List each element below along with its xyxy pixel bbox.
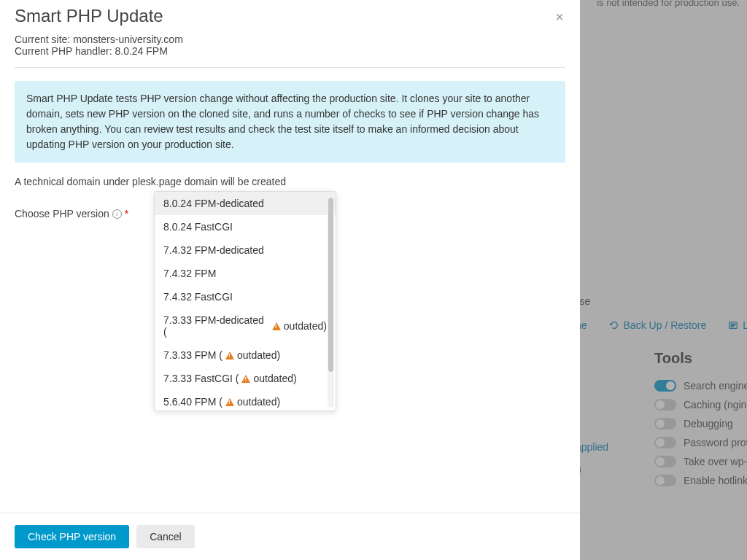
tool-row: Caching (nginx (654, 399, 747, 411)
background-panel: is not intended for production use. base… (572, 0, 747, 560)
logs-link-label: Logs (743, 319, 747, 331)
backup-icon (609, 320, 619, 330)
required-marker: * (125, 208, 128, 219)
cancel-button[interactable]: Cancel (136, 525, 195, 548)
tools-section: Tools Search engineCaching (nginxDebuggi… (654, 350, 747, 494)
info-box: Smart PHP Update tests PHP version chang… (15, 81, 565, 163)
applied-fragment[interactable]: applied (576, 441, 608, 453)
tool-row: Search engine (654, 380, 747, 392)
scrollbar-track[interactable] (328, 195, 334, 408)
check-php-button[interactable]: Check PHP version (15, 525, 129, 548)
warning-icon (241, 375, 250, 383)
backup-restore-link[interactable]: Back Up / Restore (609, 319, 707, 331)
tool-row: Take over wp- (654, 456, 747, 467)
scrollbar-thumb[interactable] (328, 198, 333, 372)
php-version-dropdown: 8.0.24 FPM-dedicated8.0.24 FastCGI7.4.32… (154, 191, 336, 411)
tool-label: Enable hotlink (684, 475, 747, 486)
toggle-switch[interactable] (654, 418, 676, 429)
toggle-switch[interactable] (654, 437, 676, 448)
tool-row: Password prot (654, 437, 747, 448)
dropdown-option[interactable]: 7.3.33 FPM-dedicated ( outdated) (155, 308, 336, 343)
tool-label: Caching (nginx (684, 399, 747, 411)
choose-php-label: Choose PHP version i * (15, 205, 153, 219)
tool-label: Take over wp- (684, 456, 747, 467)
backup-link-label: Back Up / Restore (624, 319, 707, 331)
dropdown-option[interactable]: 8.0.24 FastCGI (155, 215, 336, 238)
technical-note: A technical domain under plesk.page doma… (15, 176, 565, 187)
toggle-switch[interactable] (654, 380, 676, 392)
warning-icon (272, 322, 281, 330)
info-icon[interactable]: i (112, 209, 122, 219)
tool-label: Password prot (684, 437, 747, 448)
tools-title: Tools (654, 350, 747, 367)
bg-header-links: ne Back Up / Restore Logs (576, 319, 747, 331)
tool-row: Enable hotlink (654, 475, 747, 486)
close-icon[interactable]: × (555, 9, 564, 26)
smart-php-update-modal: × Smart PHP Update Current site: monster… (0, 0, 580, 560)
modal-title: Smart PHP Update (15, 6, 565, 26)
toggle-switch[interactable] (654, 456, 676, 467)
current-handler-line: Current PHP handler: 8.0.24 FPM (15, 45, 565, 57)
dropdown-option[interactable]: 7.4.32 FPM (155, 262, 336, 285)
tool-label: Debugging (684, 418, 733, 429)
warning-icon (225, 351, 234, 359)
dropdown-option[interactable]: 7.4.32 FPM-dedicated (155, 238, 336, 262)
dropdown-option[interactable]: 7.3.33 FastCGI ( outdated) (155, 367, 336, 390)
toggle-switch[interactable] (654, 475, 676, 486)
tool-row: Debugging (654, 418, 747, 429)
current-site-line: Current site: monsters-university.com (15, 34, 565, 45)
toggle-switch[interactable] (654, 399, 676, 411)
modal-footer: Check PHP version Cancel (0, 513, 580, 560)
warning-icon (225, 398, 234, 406)
dropdown-option[interactable]: 8.0.24 FPM-dedicated (155, 192, 336, 215)
dropdown-option[interactable]: 7.4.32 FastCGI (155, 285, 336, 308)
dropdown-option[interactable]: 7.3.33 FPM ( outdated) (155, 343, 336, 367)
tool-label: Search engine (684, 380, 747, 392)
logs-link[interactable]: Logs (728, 319, 747, 331)
logs-icon (728, 320, 738, 330)
divider (15, 67, 565, 68)
dropdown-option[interactable]: 5.6.40 FPM ( outdated) (155, 390, 336, 411)
production-notice: is not intended for production use. (597, 0, 740, 8)
